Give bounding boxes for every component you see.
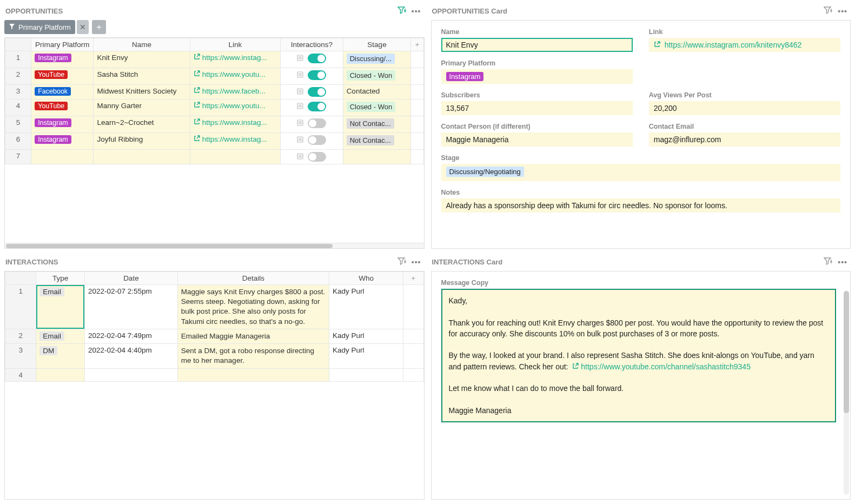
row-number[interactable]: 2 xyxy=(5,68,31,85)
row-number[interactable]: 6 xyxy=(5,133,31,150)
cell-interactions[interactable] xyxy=(281,68,343,85)
filter-icon[interactable] xyxy=(397,257,406,267)
row-number[interactable]: 5 xyxy=(5,116,31,133)
toggle-switch[interactable] xyxy=(308,87,326,97)
field-link[interactable]: https://www.instagram.com/knitenvy8462 xyxy=(649,38,840,52)
opportunities-table[interactable]: Primary Platform Name Link Interactions?… xyxy=(5,38,424,164)
cell-platform[interactable]: Instagram xyxy=(31,51,94,68)
cell-name[interactable]: Sasha Stitch xyxy=(94,68,190,85)
cell-interactions[interactable] xyxy=(281,116,343,133)
cell-stage[interactable]: Contacted xyxy=(343,85,411,100)
table-row[interactable]: 4YouTubeManny Garterhttps://www.youtu...… xyxy=(5,100,424,116)
field-message-copy[interactable]: Kady, Thank you for reaching out! Knit E… xyxy=(441,289,837,422)
cell-details[interactable]: Emailed Maggie Manageria xyxy=(177,329,329,343)
cell-name[interactable]: Manny Garter xyxy=(94,100,190,116)
cell-interactions[interactable] xyxy=(281,100,343,116)
row-number[interactable]: 1 xyxy=(5,285,36,329)
filter-icon[interactable] xyxy=(824,6,832,16)
field-avg-views[interactable]: 20,200 xyxy=(649,101,840,115)
cell-interactions[interactable] xyxy=(281,51,343,68)
cell-who[interactable]: Kady Purl xyxy=(329,329,403,343)
table-row[interactable]: 3FacebookMidwest Knitters Societyhttps:/… xyxy=(5,85,424,100)
table-row[interactable]: 1InstagramKnit Envyhttps://www.instag...… xyxy=(5,51,424,68)
cell-type[interactable]: DM xyxy=(36,344,85,368)
cell-who[interactable]: Kady Purl xyxy=(329,285,403,329)
toggle-switch[interactable] xyxy=(308,118,326,128)
field-contact-person[interactable]: Maggie Manageria xyxy=(441,132,633,147)
cell-name[interactable]: Learn~2~Crochet xyxy=(94,116,190,133)
add-column-button[interactable]: + xyxy=(411,38,423,51)
filter-chip-close[interactable]: ✕ xyxy=(77,20,89,34)
message-link[interactable]: https://www.youtube.com/channel/sashasti… xyxy=(581,362,751,371)
cell-date[interactable]: 2022-02-07 2:55pm xyxy=(84,285,177,329)
cell-interactions[interactable] xyxy=(281,85,343,100)
cell-details[interactable]: Sent a DM, got a robo response directing… xyxy=(177,344,329,368)
field-name[interactable]: Knit Envy xyxy=(441,38,633,52)
field-contact-email[interactable]: magz@influrep.com xyxy=(649,132,840,147)
cell-stage[interactable]: Discussing/... xyxy=(343,51,411,68)
add-column-button[interactable]: + xyxy=(403,272,423,285)
filter-icon[interactable] xyxy=(824,257,832,267)
cell-link[interactable]: https://www.instag... xyxy=(190,116,281,133)
toggle-switch[interactable] xyxy=(308,70,326,80)
field-stage[interactable]: Discussing/Negotiating xyxy=(441,164,841,181)
col-link[interactable]: Link xyxy=(190,38,281,51)
filter-chip-add[interactable]: ＋ xyxy=(92,20,106,34)
interactions-table[interactable]: Type Date Details Who + 1Email2022-02-07… xyxy=(5,271,424,382)
cell-platform[interactable]: Facebook xyxy=(31,85,94,100)
cell-name[interactable]: Joyful Ribbing xyxy=(94,133,190,150)
cell-stage[interactable]: Not Contac... xyxy=(343,116,411,133)
cell-stage[interactable]: Not Contac... xyxy=(343,133,411,150)
col-who[interactable]: Who xyxy=(329,272,403,285)
more-icon[interactable]: ••• xyxy=(412,7,421,16)
table-row[interactable]: 2Email2022-02-04 7:49pmEmailed Maggie Ma… xyxy=(5,329,424,343)
cell-name[interactable]: Knit Envy xyxy=(94,51,190,68)
cell-type[interactable]: Email xyxy=(36,285,85,329)
cell-date[interactable]: 2022-02-04 7:49pm xyxy=(84,329,177,343)
row-number[interactable]: 3 xyxy=(5,85,31,100)
cell-link[interactable]: https://www.faceb... xyxy=(190,85,281,100)
horizontal-scrollbar[interactable] xyxy=(5,243,424,248)
filter-icon[interactable] xyxy=(397,6,406,16)
more-icon[interactable]: ••• xyxy=(838,7,847,16)
filter-chip-primary-platform[interactable]: Primary Platform xyxy=(4,20,75,34)
more-icon[interactable]: ••• xyxy=(838,258,847,267)
col-interactions[interactable]: Interactions? xyxy=(281,38,343,51)
toggle-switch[interactable] xyxy=(308,135,326,145)
cell-date[interactable]: 2022-02-04 4:40pm xyxy=(84,344,177,368)
cell-details[interactable]: Maggie says Knit Envy charges $800 a pos… xyxy=(177,285,329,329)
row-number[interactable]: 1 xyxy=(5,51,31,68)
table-row[interactable]: 6InstagramJoyful Ribbinghttps://www.inst… xyxy=(5,133,424,150)
cell-platform[interactable]: Instagram xyxy=(31,133,94,150)
cell-link[interactable]: https://www.instag... xyxy=(190,133,281,150)
cell-link[interactable]: https://www.youtu... xyxy=(190,68,281,85)
table-row[interactable]: 2YouTubeSasha Stitchhttps://www.youtu...… xyxy=(5,68,424,85)
table-row[interactable]: 1Email2022-02-07 2:55pmMaggie says Knit … xyxy=(5,285,424,329)
cell-type[interactable]: Email xyxy=(36,329,85,343)
cell-interactions[interactable] xyxy=(281,133,343,150)
table-row[interactable]: 3DM2022-02-04 4:40pmSent a DM, got a rob… xyxy=(5,344,424,368)
field-platform[interactable]: Instagram xyxy=(441,69,633,84)
cell-platform[interactable]: YouTube xyxy=(31,68,94,85)
field-subscribers[interactable]: 13,567 xyxy=(441,101,633,115)
table-row-empty[interactable]: 7 xyxy=(5,150,424,164)
field-notes[interactable]: Already has a sponsorship deep with Taku… xyxy=(441,198,841,213)
col-name[interactable]: Name xyxy=(94,38,190,51)
vertical-scrollbar[interactable] xyxy=(844,291,849,495)
row-number[interactable]: 2 xyxy=(5,329,36,343)
cell-link[interactable]: https://www.youtu... xyxy=(190,100,281,116)
cell-platform[interactable]: YouTube xyxy=(31,100,94,116)
col-stage[interactable]: Stage xyxy=(343,38,411,51)
col-details[interactable]: Details xyxy=(177,272,329,285)
more-icon[interactable]: ••• xyxy=(412,258,421,267)
col-primary-platform[interactable]: Primary Platform xyxy=(31,38,94,51)
row-number[interactable]: 4 xyxy=(5,100,31,116)
col-date[interactable]: Date xyxy=(84,272,177,285)
toggle-switch[interactable] xyxy=(308,102,326,111)
cell-stage[interactable]: Closed - Won xyxy=(343,68,411,85)
cell-platform[interactable]: Instagram xyxy=(31,116,94,133)
table-row-empty[interactable]: 4 xyxy=(5,368,424,381)
cell-who[interactable]: Kady Purl xyxy=(329,344,403,368)
toggle-switch[interactable] xyxy=(308,54,326,63)
cell-stage[interactable]: Closed - Won xyxy=(343,100,411,116)
